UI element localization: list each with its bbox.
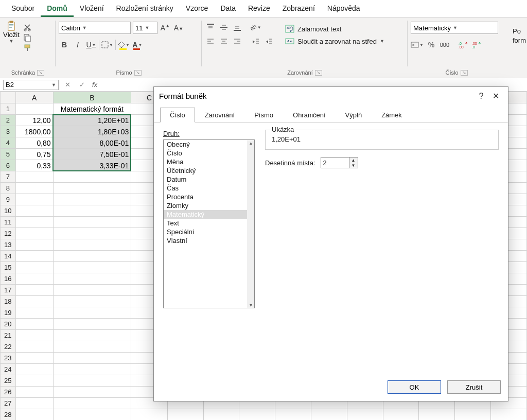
col-header-A[interactable]: A (15, 92, 53, 103)
format-painter-icon[interactable] (23, 43, 32, 52)
dialog-launcher-icon[interactable]: ↘ (134, 70, 142, 76)
tab-font[interactable]: Písmo (244, 108, 283, 122)
row-header-10[interactable]: 10 (1, 205, 16, 217)
row-header-22[interactable]: 22 (1, 341, 16, 353)
orientation-button[interactable]: ab▼ (250, 22, 261, 33)
font-color-button[interactable]: A▼ (132, 39, 143, 50)
cell-B17[interactable] (53, 285, 131, 296)
tab-alignment[interactable]: Zarovnání (195, 108, 245, 122)
number-format-combo[interactable]: Matematický▼ (411, 22, 498, 34)
dialog-launcher-icon[interactable]: ↘ (315, 70, 322, 76)
cell-B6[interactable]: 3,33E-01 (53, 160, 131, 171)
row-header-9[interactable]: 9 (1, 194, 16, 205)
cell-A27[interactable] (15, 398, 53, 409)
row-header-3[interactable]: 3 (1, 126, 16, 137)
cell-A23[interactable] (15, 353, 53, 364)
cell-B4[interactable]: 8,00E-01 (53, 137, 131, 149)
increase-indent-button[interactable] (264, 36, 275, 47)
row-header-12[interactable]: 12 (1, 228, 16, 239)
row-header-17[interactable]: 17 (1, 285, 16, 296)
ok-button[interactable]: OK (388, 380, 441, 394)
paste-button[interactable]: Vložit ▼ (3, 22, 20, 44)
cell-A7[interactable] (15, 171, 53, 183)
copy-icon[interactable] (23, 33, 32, 42)
row-header-24[interactable]: 24 (1, 364, 16, 375)
cell-B8[interactable] (53, 183, 131, 194)
cell-A9[interactable] (15, 194, 53, 205)
category-item[interactable]: Číslo (164, 149, 247, 157)
tab-protection[interactable]: Zámek (372, 108, 412, 122)
cell-A3[interactable]: 1800,00 (15, 126, 53, 137)
cell-B1[interactable]: Matematický formát (53, 103, 131, 115)
category-listbox[interactable]: ObecnýČísloMěnaÚčetnickýDatumČasProcenta… (163, 139, 255, 308)
category-item[interactable]: Text (164, 219, 247, 227)
row-header-27[interactable]: 27 (1, 398, 16, 409)
menu-view[interactable]: Zobrazení (276, 2, 321, 17)
decimals-spinner[interactable]: ▲▼ (321, 157, 358, 168)
increase-decimal-button[interactable]: .0.00 (458, 39, 469, 50)
scrollbar[interactable]: ▴▾ (247, 140, 254, 308)
category-item[interactable]: Matematický (164, 210, 247, 219)
cell-B26[interactable] (53, 387, 131, 398)
menu-home[interactable]: Domů (41, 2, 74, 17)
cell-B9[interactable] (53, 194, 131, 205)
cell-B20[interactable] (53, 319, 131, 330)
cell[interactable] (491, 409, 527, 421)
cell-A18[interactable] (15, 296, 53, 307)
cell[interactable] (275, 409, 311, 421)
row-header-2[interactable]: 2 (1, 115, 16, 126)
comma-style-button[interactable]: 000 (439, 39, 450, 50)
cell-A25[interactable] (15, 375, 53, 387)
tab-border[interactable]: Ohraničení (283, 108, 336, 122)
cell-A2[interactable]: 12,00 (15, 115, 53, 126)
cell-B10[interactable] (53, 205, 131, 217)
cell-A20[interactable] (15, 319, 53, 330)
dialog-launcher-icon[interactable]: ↘ (37, 70, 44, 76)
row-header-11[interactable]: 11 (1, 217, 16, 228)
cell-A4[interactable]: 0,80 (15, 137, 53, 149)
col-header-B[interactable]: B (53, 92, 131, 103)
menu-layout[interactable]: Rozložení stránky (110, 2, 180, 17)
tab-fill[interactable]: Výplň (336, 108, 372, 122)
cell-A19[interactable] (15, 307, 53, 319)
cancel-formula-button[interactable]: ✕ (60, 81, 75, 89)
category-item[interactable]: Čas (164, 184, 247, 192)
borders-button[interactable]: ▼ (101, 39, 113, 50)
cell-B25[interactable] (53, 375, 131, 387)
cell-A11[interactable] (15, 217, 53, 228)
category-item[interactable]: Datum (164, 175, 247, 184)
cell-B27[interactable] (53, 398, 131, 409)
align-bottom-button[interactable] (232, 22, 243, 33)
cell-A16[interactable] (15, 273, 53, 285)
category-item[interactable]: Zlomky (164, 201, 247, 210)
cut-icon[interactable] (23, 23, 32, 32)
increase-font-button[interactable]: A▲ (160, 22, 171, 33)
cell-B22[interactable] (53, 341, 131, 353)
row-header-21[interactable]: 21 (1, 330, 16, 341)
cell-B16[interactable] (53, 273, 131, 285)
row-header-19[interactable]: 19 (1, 307, 16, 319)
menu-insert[interactable]: Vložení (74, 2, 110, 17)
cell-A22[interactable] (15, 341, 53, 353)
cell-A15[interactable] (15, 262, 53, 273)
fx-icon[interactable]: fx (89, 81, 100, 89)
spinner-up-icon[interactable]: ▲ (349, 157, 358, 163)
row-header-28[interactable]: 28 (1, 409, 16, 421)
align-middle-button[interactable] (218, 22, 230, 33)
cell-A24[interactable] (15, 364, 53, 375)
category-item[interactable]: Měna (164, 157, 247, 166)
menu-formulas[interactable]: Vzorce (180, 2, 215, 17)
decimals-input[interactable] (321, 157, 349, 168)
cell[interactable] (419, 409, 455, 421)
cell[interactable] (455, 409, 491, 421)
row-header-18[interactable]: 18 (1, 296, 16, 307)
cell[interactable] (203, 409, 239, 421)
cell[interactable] (347, 409, 383, 421)
cell-B24[interactable] (53, 364, 131, 375)
close-button[interactable]: ✕ (488, 91, 503, 101)
row-header-6[interactable]: 6 (1, 160, 16, 171)
cell-A13[interactable] (15, 239, 53, 251)
align-center-button[interactable] (218, 36, 230, 47)
cell-B13[interactable] (53, 239, 131, 251)
accept-formula-button[interactable]: ✓ (75, 81, 89, 89)
